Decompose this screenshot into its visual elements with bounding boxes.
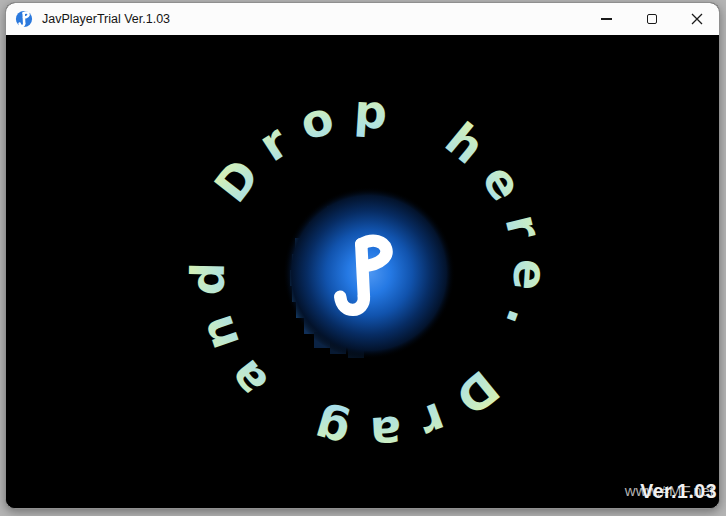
blue-glow — [283, 187, 455, 359]
app-window: JavPlayerTrial Ver.1.03 — [5, 2, 720, 509]
maximize-icon — [647, 14, 657, 24]
watermark-version: Ver.1.03 — [640, 480, 717, 503]
minimize-icon — [601, 18, 612, 19]
title-bar[interactable]: JavPlayerTrial Ver.1.03 — [6, 3, 719, 35]
window-controls — [584, 3, 719, 35]
drop-zone-graphic: Drag and Drop here. — [6, 35, 720, 509]
window-title: JavPlayerTrial Ver.1.03 — [42, 12, 170, 26]
close-button[interactable] — [674, 3, 719, 35]
minimize-button[interactable] — [584, 3, 629, 35]
close-icon — [691, 13, 703, 25]
app-logo-icon[interactable] — [15, 10, 33, 28]
drop-zone[interactable]: Drag and Drop here. www.#MF.net Ver.1.03 — [6, 35, 719, 508]
maximize-button[interactable] — [629, 3, 674, 35]
